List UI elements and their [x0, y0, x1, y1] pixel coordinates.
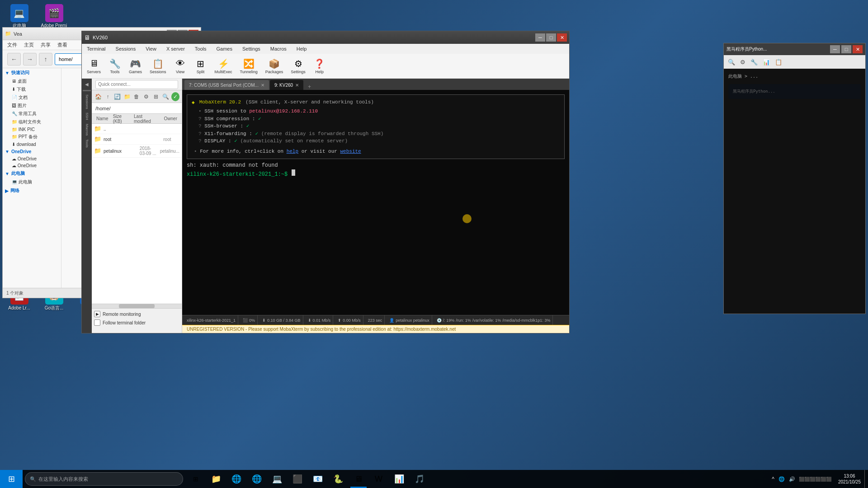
- explorer-menu-share[interactable]: 共享: [41, 42, 51, 48]
- sw-minimize-button[interactable]: ─: [830, 45, 840, 53]
- file-item-petalinux[interactable]: 📁 petalinux 2018-03-09 ... petalinu...: [92, 145, 182, 158]
- fp-btn-refresh[interactable]: 🔄: [113, 92, 122, 101]
- fp-btn-new-folder[interactable]: 📁: [123, 92, 131, 101]
- explorer-item-ppt[interactable]: 📁 PPT 备份: [3, 133, 61, 141]
- menu-terminal[interactable]: Terminal: [84, 45, 108, 52]
- tray-show-hidden[interactable]: ^: [770, 476, 776, 482]
- explorer-item-dl[interactable]: ⬇ download: [3, 141, 61, 148]
- toolbar-view-btn[interactable]: 👁 View: [171, 57, 189, 75]
- start-button[interactable]: ⊞: [0, 470, 23, 488]
- remote-monitoring-checkbox[interactable]: ▶: [94, 311, 100, 317]
- explorer-item-tools[interactable]: 🔧 常用工具: [3, 110, 61, 118]
- menu-games[interactable]: Games: [214, 45, 235, 52]
- taskbar-python-app[interactable]: 🐍: [328, 470, 348, 488]
- sw-toolbar-icon1[interactable]: 🔍: [726, 58, 737, 66]
- toolbar-games-btn[interactable]: 🎮 Games: [126, 57, 145, 75]
- mobaterm-maximize-button[interactable]: □: [546, 33, 556, 42]
- explorer-item-temp[interactable]: 📁 临时文件夹: [3, 118, 61, 126]
- explorer-section-onedrive[interactable]: ▼OneDrive: [3, 148, 61, 155]
- taskbar-edge-app[interactable]: 🌐: [226, 470, 246, 488]
- tray-network-icon[interactable]: 🌐: [777, 476, 786, 482]
- explorer-menu-view[interactable]: 查看: [57, 42, 67, 48]
- toolbar-tunneling-btn[interactable]: 🔀 Tunneling: [237, 57, 260, 75]
- sw-toolbar-icon5[interactable]: 📋: [773, 58, 784, 66]
- explorer-back-button[interactable]: ←: [7, 53, 21, 66]
- tab-kv260-close[interactable]: ✕: [295, 83, 299, 88]
- explorer-item-docs[interactable]: 📄 文档: [3, 94, 61, 102]
- task-view-button[interactable]: ⊞: [185, 470, 206, 488]
- sidebar-arrow-left[interactable]: ◀: [83, 80, 91, 88]
- explorer-menu-file[interactable]: 文件: [7, 42, 17, 48]
- explorer-section-computer[interactable]: ▼此电脑: [3, 169, 61, 178]
- explorer-item-computer[interactable]: 💻 此电脑: [3, 178, 61, 186]
- menu-view[interactable]: View: [143, 45, 159, 52]
- sidebar-tools-label[interactable]: Tools: [85, 138, 89, 149]
- toolbar-split-btn[interactable]: ⊞ Split: [192, 57, 210, 75]
- file-item-root[interactable]: 📁 root root: [92, 134, 182, 145]
- file-scrollbar[interactable]: [92, 304, 182, 308]
- explorer-section-network[interactable]: ▶网络: [3, 186, 61, 195]
- sw-maximize-button[interactable]: □: [841, 45, 851, 53]
- sw-toolbar-icon2[interactable]: ⚙: [738, 58, 747, 66]
- menu-xserver[interactable]: X server: [164, 45, 188, 52]
- explorer-item-onedrive[interactable]: ☁ OneDrive: [3, 155, 61, 162]
- tab-com5-close[interactable]: ✕: [261, 83, 264, 88]
- mobaterm-close-button[interactable]: ✕: [557, 33, 567, 42]
- help-link[interactable]: help: [287, 149, 298, 154]
- system-clock[interactable]: 13:06 2021/10/25: [835, 473, 864, 485]
- menu-settings[interactable]: Settings: [240, 45, 263, 52]
- terminal-content[interactable]: ◆ MobaXterm 20.2 (SSH client, X-server a…: [182, 90, 569, 315]
- taskbar-terminal-app[interactable]: ⬛: [287, 470, 307, 488]
- taskbar-outlook-app[interactable]: 📧: [307, 470, 328, 488]
- taskbar-misc1-app[interactable]: 📊: [389, 470, 409, 488]
- sidebar-sftp-label[interactable]: SSH: [85, 111, 89, 121]
- fp-btn-home[interactable]: 🏠: [94, 92, 102, 101]
- fp-btn-up[interactable]: ↑: [104, 92, 112, 101]
- explorer-item-pics[interactable]: 🖼 图片: [3, 102, 61, 110]
- toolbar-multiexec-btn[interactable]: ⚡ MultiExec: [212, 57, 235, 75]
- tray-volume-icon[interactable]: 🔊: [788, 476, 797, 482]
- toolbar-tools-btn[interactable]: 🔧 Tools: [106, 57, 124, 75]
- taskbar-misc2-app[interactable]: 🎵: [409, 470, 429, 488]
- file-item-dotdot[interactable]: 📁 ..: [92, 124, 182, 134]
- taskbar-search-bar[interactable]: 🔍 在这里输入内容来搜索: [25, 472, 183, 486]
- toolbar-help-btn[interactable]: ❓ Help: [311, 57, 329, 75]
- second-window-content[interactable]: 此电脑 > ... 黑马程序员Python...: [724, 69, 865, 314]
- explorer-item-ink[interactable]: 📁 INK PIC: [3, 126, 61, 133]
- explorer-up-button[interactable]: ↑: [39, 53, 52, 66]
- tray-icons-group[interactable]: ⬛⬛⬛⬛⬛⬛: [798, 477, 832, 482]
- explorer-menu-home[interactable]: 主页: [24, 42, 34, 48]
- menu-macros[interactable]: Macros: [268, 45, 289, 52]
- menu-sessions[interactable]: Sessions: [113, 45, 139, 52]
- taskbar-word-app[interactable]: W: [368, 470, 389, 488]
- toolbar-sessions-btn[interactable]: 📋 Sessions: [147, 57, 169, 75]
- sw-toolbar-icon4[interactable]: 📊: [761, 58, 772, 66]
- fp-btn-delete[interactable]: 🗑: [132, 92, 141, 101]
- show-desktop-button[interactable]: [864, 470, 868, 488]
- fp-btn-grid[interactable]: ⊞: [152, 92, 160, 101]
- taskbar-chrome-app[interactable]: 🌐: [246, 470, 267, 488]
- explorer-item-onedrive2[interactable]: ☁ OneDrive: [3, 162, 61, 169]
- explorer-section-quickaccess[interactable]: ▼快速访问: [3, 68, 61, 77]
- sw-close-button[interactable]: ✕: [853, 45, 863, 53]
- tab-com5[interactable]: 7: COM5 (USB Serial Port (COM... ✕: [184, 80, 269, 90]
- toolbar-servers-btn[interactable]: 🖥 Servers: [84, 57, 104, 75]
- explorer-item-download[interactable]: ⬇ 下载: [3, 85, 61, 94]
- quick-connect-input[interactable]: [95, 80, 178, 89]
- explorer-item-desktop[interactable]: 🖥 桌面: [3, 77, 61, 85]
- tab-kv260[interactable]: 9: KV260 ✕: [270, 80, 303, 90]
- taskbar-explorer-app[interactable]: 📁: [206, 470, 226, 488]
- taskbar-mobaterm-app[interactable]: 🖥: [348, 470, 368, 488]
- follow-folder-checkbox[interactable]: [94, 319, 100, 326]
- explorer-forward-button[interactable]: →: [23, 53, 37, 66]
- sw-toolbar-icon3[interactable]: 🔧: [749, 58, 760, 66]
- website-link[interactable]: website: [340, 149, 361, 154]
- sidebar-macros-label[interactable]: Macros: [85, 122, 89, 137]
- menu-tools[interactable]: Tools: [192, 45, 209, 52]
- taskbar-vscode-app[interactable]: 💻: [267, 470, 287, 488]
- menu-help[interactable]: Help: [294, 45, 310, 52]
- tab-add-button[interactable]: +: [304, 84, 315, 90]
- toolbar-packages-btn[interactable]: 📦 Packages: [263, 57, 286, 75]
- toolbar-settings-btn[interactable]: ⚙ Settings: [288, 57, 308, 75]
- sidebar-sessions-label[interactable]: Sessions: [85, 93, 89, 110]
